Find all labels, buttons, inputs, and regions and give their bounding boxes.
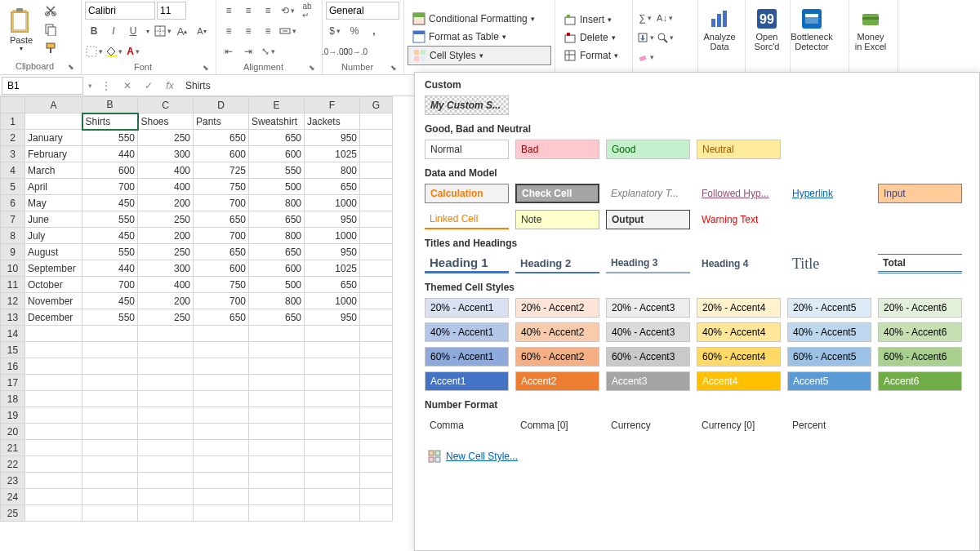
cell-C22[interactable]	[138, 456, 194, 473]
cell-F24[interactable]	[305, 489, 360, 505]
cell-E19[interactable]	[249, 407, 305, 424]
cell-E14[interactable]	[249, 326, 305, 342]
cell-D13[interactable]: 650	[194, 309, 249, 326]
delete-button[interactable]: Delete▾	[559, 29, 629, 47]
copy-icon[interactable]	[42, 20, 60, 38]
cell-B3[interactable]: 440	[82, 146, 138, 162]
style-Accent4[interactable]: Accent4	[697, 371, 781, 391]
cell-C3[interactable]: 300	[138, 146, 194, 162]
cell-F21[interactable]	[305, 440, 360, 456]
cell-C12[interactable]: 200	[138, 293, 194, 309]
cell-A8[interactable]: July	[25, 228, 82, 244]
cell-F23[interactable]	[305, 473, 360, 489]
style-followed-hyperlink[interactable]: Followed Hyp...	[697, 184, 781, 203]
wrap-text-icon[interactable]: ab↵	[298, 2, 316, 20]
style-nf-Currency[interactable]: Currency	[606, 415, 690, 435]
cell-E9[interactable]: 650	[249, 244, 305, 260]
underline-button[interactable]: U	[124, 22, 142, 40]
style-40%-Accent6[interactable]: 40% - Accent6	[878, 322, 962, 342]
cell-D18[interactable]	[194, 391, 249, 407]
currency-icon[interactable]: $	[326, 22, 344, 40]
cell-E5[interactable]: 500	[249, 179, 305, 195]
cell-B23[interactable]	[82, 473, 138, 489]
cell-B13[interactable]: 550	[82, 309, 138, 326]
style-60%-Accent1[interactable]: 60% - Accent1	[425, 347, 509, 367]
cell-G15[interactable]	[360, 342, 393, 358]
cell-B20[interactable]	[82, 424, 138, 440]
cell-C20[interactable]	[138, 424, 194, 440]
clear-icon[interactable]	[636, 48, 654, 66]
cell-G24[interactable]	[360, 489, 393, 505]
cell-B8[interactable]: 450	[82, 228, 138, 244]
name-box[interactable]	[2, 77, 83, 95]
comma-icon[interactable]: ,	[365, 22, 383, 40]
cell-C4[interactable]: 400	[138, 162, 194, 179]
new-cell-style-link[interactable]: New Cell Style...	[425, 443, 969, 469]
row-header-17[interactable]: 17	[1, 375, 25, 391]
cell-A18[interactable]	[25, 391, 82, 407]
cell-A22[interactable]	[25, 456, 82, 473]
style-40%-Accent5[interactable]: 40% - Accent5	[787, 322, 871, 342]
style-neutral[interactable]: Neutral	[697, 140, 781, 159]
style-60%-Accent3[interactable]: 60% - Accent3	[606, 347, 690, 367]
cell-A21[interactable]	[25, 440, 82, 456]
format-button[interactable]: Format▾	[559, 47, 629, 64]
cell-G5[interactable]	[360, 179, 393, 195]
col-header-G[interactable]: G	[360, 97, 393, 113]
cell-D16[interactable]	[194, 358, 249, 375]
cell-F16[interactable]	[305, 358, 360, 375]
cell-B10[interactable]: 440	[82, 260, 138, 277]
cell-B16[interactable]	[82, 358, 138, 375]
cell-F3[interactable]: 1025	[305, 146, 360, 162]
cell-G13[interactable]	[360, 309, 393, 326]
cell-E22[interactable]	[249, 456, 305, 473]
autosum-icon[interactable]: ∑	[636, 9, 654, 27]
style-hyperlink[interactable]: Hyperlink	[787, 184, 871, 203]
cell-G17[interactable]	[360, 375, 393, 391]
style-20%-Accent3[interactable]: 20% - Accent3	[606, 298, 690, 318]
cell-B4[interactable]: 600	[82, 162, 138, 179]
row-header-20[interactable]: 20	[1, 424, 25, 440]
cell-F17[interactable]	[305, 375, 360, 391]
cell-F9[interactable]: 950	[305, 244, 360, 260]
cell-E12[interactable]: 800	[249, 293, 305, 309]
cell-E6[interactable]: 800	[249, 195, 305, 211]
cell-B7[interactable]: 550	[82, 211, 138, 228]
align-right-icon[interactable]: ≡	[259, 22, 277, 40]
cell-A11[interactable]: October	[25, 277, 82, 293]
italic-button[interactable]: I	[105, 22, 122, 40]
cell-B22[interactable]	[82, 456, 138, 473]
bottleneck-button[interactable]: Bottleneck Detector	[794, 2, 830, 57]
cell-E25[interactable]	[249, 505, 305, 522]
cell-D2[interactable]: 650	[194, 130, 249, 146]
cell-A23[interactable]	[25, 473, 82, 489]
cell-C18[interactable]	[138, 391, 194, 407]
cell-F10[interactable]: 1025	[305, 260, 360, 277]
style-60%-Accent6[interactable]: 60% - Accent6	[878, 347, 962, 367]
cell-E24[interactable]	[249, 489, 305, 505]
cell-E4[interactable]: 550	[249, 162, 305, 179]
row-header-16[interactable]: 16	[1, 358, 25, 375]
shrink-font-button[interactable]: A▾	[193, 22, 211, 40]
cell-F20[interactable]	[305, 424, 360, 440]
conditional-formatting-button[interactable]: Conditional Formatting▾	[408, 10, 551, 28]
align-bottom-icon[interactable]: ≡	[259, 2, 277, 20]
style-heading-1[interactable]: Heading 1	[425, 254, 509, 273]
cell-C15[interactable]	[138, 342, 194, 358]
style-Accent6[interactable]: Accent6	[878, 371, 962, 391]
cell-B21[interactable]	[82, 440, 138, 456]
style-40%-Accent4[interactable]: 40% - Accent4	[697, 322, 781, 342]
style-my-custom[interactable]: My Custom S...	[425, 96, 509, 115]
cell-G2[interactable]	[360, 130, 393, 146]
cell-E17[interactable]	[249, 375, 305, 391]
cell-F5[interactable]: 650	[305, 179, 360, 195]
cell-A16[interactable]	[25, 358, 82, 375]
cell-A14[interactable]	[25, 326, 82, 342]
row-header-9[interactable]: 9	[1, 244, 25, 260]
fx-icon[interactable]: fx	[159, 77, 180, 95]
cell-C2[interactable]: 250	[138, 130, 194, 146]
cell-D14[interactable]	[194, 326, 249, 342]
row-header-24[interactable]: 24	[1, 489, 25, 505]
cell-C16[interactable]	[138, 358, 194, 375]
grow-font-button[interactable]: A▴	[173, 22, 191, 40]
